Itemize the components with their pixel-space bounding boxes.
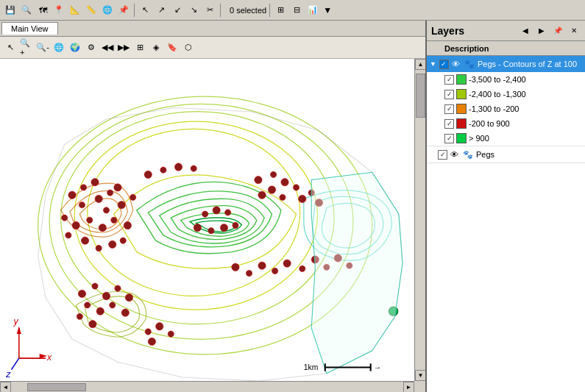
layer-row-contours[interactable]: ▼ 👁 🐾 Pegs - Contours of Z at 100 bbox=[427, 56, 585, 72]
range5-cb[interactable] bbox=[444, 134, 454, 143]
tool-icon-15[interactable]: ⊟ bbox=[289, 3, 304, 18]
svg-point-23 bbox=[81, 237, 88, 244]
svg-point-28 bbox=[160, 167, 166, 173]
pegs-label: Pegs bbox=[476, 150, 494, 159]
svg-point-29 bbox=[174, 163, 182, 171]
top-toolbar: 💾 🔍 🗺 📍 📐 📏 🌐 📌 ↖ ↗ ↙ ↘ ✂ 0 selected ⊞ ⊟… bbox=[0, 0, 585, 21]
globe-tool[interactable]: 🌐 bbox=[52, 40, 66, 55]
svg-point-36 bbox=[280, 194, 286, 200]
svg-point-53 bbox=[156, 323, 163, 330]
range-row-4: -200 to 900 bbox=[427, 116, 585, 131]
range2-cb[interactable] bbox=[444, 90, 454, 99]
selection-count: 0 selected bbox=[230, 6, 266, 15]
arrow-tool[interactable]: ↖ bbox=[3, 40, 18, 55]
scroll-thumb-h[interactable] bbox=[27, 383, 86, 391]
expand-arrow[interactable]: ▼ bbox=[430, 60, 436, 68]
tool-icon-4[interactable]: 📍 bbox=[52, 3, 66, 18]
scroll-down-btn[interactable]: ▼ bbox=[415, 370, 425, 381]
svg-point-16 bbox=[62, 215, 68, 221]
map-svg: y x z 1km → bbox=[0, 59, 425, 392]
range3-cb[interactable] bbox=[444, 104, 454, 114]
scroll-up-btn[interactable]: ▲ bbox=[415, 59, 425, 70]
map-panel: Main View ↖ 🔍+ 🔍- 🌐 🌍 ⚙ ◀◀ ▶▶ ⊞ ◈ 🔖 ⬡ bbox=[0, 21, 427, 392]
layers-pin-btn[interactable]: 📌 bbox=[551, 24, 564, 38]
layers-title: Layers bbox=[431, 25, 516, 37]
tool-icon-3[interactable]: 🗺 bbox=[35, 3, 50, 18]
contours-label: Pegs - Contours of Z at 100 bbox=[478, 60, 577, 68]
tool-icon-12[interactable]: ↘ bbox=[186, 3, 201, 18]
range4-cb[interactable] bbox=[444, 119, 454, 129]
vertical-scrollbar[interactable]: ▲ ▼ bbox=[414, 59, 425, 381]
tool-icon-5[interactable]: 📐 bbox=[68, 3, 82, 18]
svg-point-22 bbox=[65, 232, 71, 238]
zoom-in-tool[interactable]: 🔍+ bbox=[19, 40, 34, 55]
map-canvas[interactable]: y x z 1km → bbox=[0, 59, 425, 392]
scroll-track-h bbox=[13, 383, 402, 391]
tool-icon-8[interactable]: 📌 bbox=[116, 3, 131, 18]
scroll-right-btn[interactable]: ► bbox=[403, 382, 414, 393]
zoom-out-tool[interactable]: 🔍- bbox=[35, 40, 50, 55]
svg-point-24 bbox=[96, 245, 102, 251]
tool-icon-6[interactable]: 📏 bbox=[84, 3, 99, 18]
svg-point-59 bbox=[272, 268, 278, 274]
range2-label: -2,400 to -1,300 bbox=[469, 90, 526, 99]
tool-icon-13[interactable]: ✂ bbox=[202, 3, 217, 18]
svg-text:x: x bbox=[46, 352, 52, 363]
layers-close-btn[interactable]: ✕ bbox=[567, 24, 581, 38]
select-tool[interactable]: ◈ bbox=[149, 40, 163, 55]
layer-row-pegs[interactable]: ▶ 👁 🐾 Pegs bbox=[427, 146, 585, 163]
range-row-5: > 900 bbox=[427, 131, 585, 146]
svg-point-55 bbox=[148, 338, 155, 345]
layers-forward-btn[interactable]: ▶ bbox=[535, 24, 548, 38]
tool-icon-1[interactable]: 💾 bbox=[3, 3, 18, 18]
range5-label: > 900 bbox=[469, 134, 489, 143]
tool-icon-2[interactable]: 🔍 bbox=[19, 3, 34, 18]
extra-tool[interactable]: ⬡ bbox=[181, 40, 196, 55]
svg-point-13 bbox=[103, 207, 109, 213]
view-tab-bar: Main View bbox=[0, 21, 425, 37]
range1-cb[interactable] bbox=[444, 75, 454, 85]
svg-point-20 bbox=[111, 217, 117, 223]
range-row-2: -2,400 to -1,300 bbox=[427, 87, 585, 101]
svg-point-42 bbox=[92, 283, 98, 289]
back-tool[interactable]: ◀◀ bbox=[100, 40, 115, 55]
toolbar-dropdown[interactable]: ▼ bbox=[322, 4, 333, 16]
scroll-thumb-v[interactable] bbox=[416, 74, 425, 118]
bookmark-tool[interactable]: 🔖 bbox=[165, 40, 180, 55]
fwd-tool[interactable]: ▶▶ bbox=[116, 40, 131, 55]
pegs-checkbox[interactable] bbox=[438, 150, 447, 160]
tool-icon-16[interactable]: 📊 bbox=[305, 3, 320, 18]
svg-point-15 bbox=[130, 194, 135, 200]
contours-checkbox[interactable] bbox=[439, 60, 449, 69]
map-scroll-area: y x z 1km → bbox=[0, 59, 425, 392]
tool-icon-14[interactable]: ⊞ bbox=[273, 3, 288, 18]
scroll-left-btn[interactable]: ◄ bbox=[0, 382, 11, 393]
svg-point-17 bbox=[72, 221, 79, 229]
range3-swatch bbox=[456, 104, 467, 114]
settings-tool[interactable]: ⚙ bbox=[84, 40, 99, 55]
toolbar-sep-1 bbox=[134, 4, 135, 17]
svg-point-21 bbox=[124, 221, 131, 229]
tool-icon-10[interactable]: ↗ bbox=[154, 3, 169, 18]
layers-back-btn[interactable]: ◀ bbox=[519, 24, 532, 38]
svg-point-51 bbox=[89, 321, 96, 328]
svg-point-12 bbox=[114, 184, 121, 191]
toolbar-sep-3 bbox=[269, 4, 270, 17]
svg-text:z: z bbox=[5, 369, 11, 379]
svg-point-47 bbox=[96, 307, 104, 315]
peg-icon-contours: 🐾 bbox=[464, 60, 475, 69]
globe2-tool[interactable]: 🌍 bbox=[68, 40, 82, 55]
range4-swatch bbox=[456, 118, 467, 129]
tool-icon-9[interactable]: ↖ bbox=[138, 3, 152, 18]
tool-icon-11[interactable]: ↙ bbox=[170, 3, 185, 18]
svg-point-45 bbox=[125, 293, 132, 301]
horizontal-scrollbar[interactable]: ◄ ► bbox=[0, 381, 414, 392]
svg-point-32 bbox=[270, 171, 276, 177]
main-view-tab[interactable]: Main View bbox=[1, 22, 58, 35]
grid-tool[interactable]: ⊞ bbox=[132, 40, 147, 55]
eye-icon-contours[interactable]: 👁 bbox=[452, 60, 460, 68]
svg-point-25 bbox=[109, 240, 116, 248]
tool-icon-7[interactable]: 🌐 bbox=[100, 3, 115, 18]
svg-point-56 bbox=[232, 263, 239, 271]
eye-icon-pegs[interactable]: 👁 bbox=[450, 150, 458, 159]
